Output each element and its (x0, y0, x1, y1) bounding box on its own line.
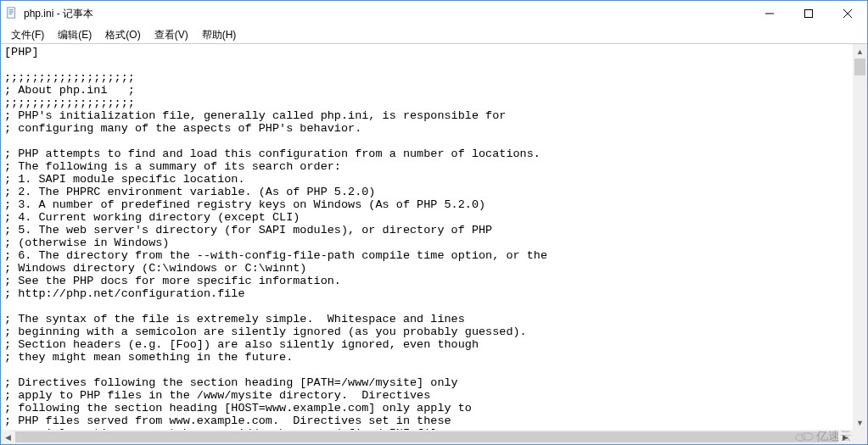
vertical-scroll-thumb[interactable] (854, 58, 865, 75)
window-title: php.ini - 记事本 (24, 7, 750, 21)
menu-view[interactable]: 查看(V) (148, 26, 195, 44)
menu-edit[interactable]: 编辑(E) (51, 26, 98, 44)
menu-format[interactable]: 格式(O) (98, 26, 147, 44)
window-controls (750, 1, 867, 26)
notepad-window: php.ini - 记事本 文件(F) 编辑(E) 格式(O) 查看(V) 帮助… (0, 0, 868, 445)
horizontal-scrollbar[interactable]: ◀ ▶ (1, 430, 867, 444)
editor-area: [PHP] ;;;;;;;;;;;;;;;;;;; ; About php.in… (1, 44, 867, 444)
minimize-button[interactable] (750, 1, 789, 26)
app-icon (6, 7, 20, 20)
text-content[interactable]: [PHP] ;;;;;;;;;;;;;;;;;;; ; About php.in… (1, 44, 867, 444)
scroll-left-arrow[interactable]: ◀ (1, 430, 15, 444)
scroll-down-arrow[interactable]: ▼ (853, 415, 867, 430)
maximize-button[interactable] (789, 1, 828, 26)
horizontal-scroll-thumb[interactable] (15, 431, 838, 442)
menu-help[interactable]: 帮助(H) (195, 26, 244, 44)
close-button[interactable] (828, 1, 867, 26)
menu-file[interactable]: 文件(F) (4, 26, 51, 44)
menu-bar: 文件(F) 编辑(E) 格式(O) 查看(V) 帮助(H) (1, 26, 867, 44)
scroll-right-arrow[interactable]: ▶ (838, 430, 853, 444)
scroll-up-arrow[interactable]: ▲ (853, 44, 867, 58)
vertical-scrollbar[interactable]: ▲ ▼ (853, 44, 867, 430)
title-bar: php.ini - 记事本 (1, 1, 867, 26)
svg-rect-6 (805, 10, 813, 18)
